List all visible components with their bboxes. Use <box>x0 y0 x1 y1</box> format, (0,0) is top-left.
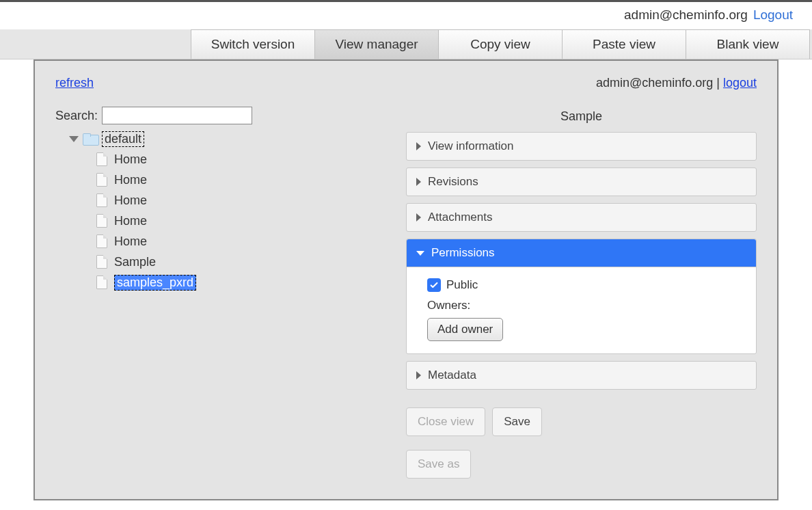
section-attachments: Attachments <box>406 203 757 232</box>
tab-copy-view[interactable]: Copy view <box>438 29 563 59</box>
file-icon <box>96 214 107 228</box>
file-icon <box>96 152 107 166</box>
tree-root-row[interactable]: default <box>55 129 392 149</box>
separator: | <box>716 76 723 90</box>
workspace-user-block: admin@cheminfo.org | logout <box>596 76 757 90</box>
save-button[interactable]: Save <box>492 407 542 436</box>
file-icon <box>96 234 107 248</box>
tree-item[interactable]: Home <box>55 190 392 211</box>
section-label: Metadata <box>428 368 476 382</box>
folder-tree: default Home Home Home Home <box>55 129 392 293</box>
refresh-link[interactable]: refresh <box>55 76 94 90</box>
top-header: admin@cheminfo.org Logout <box>0 0 812 29</box>
tree-item[interactable]: Home <box>55 231 392 252</box>
file-icon <box>96 193 107 207</box>
section-header-view-information[interactable]: View information <box>407 133 756 160</box>
disclosure-triangle-icon[interactable] <box>69 136 79 142</box>
folder-icon <box>83 133 98 144</box>
right-column: Sample View information Revisions Attach… <box>406 107 757 479</box>
workspace-panel: refresh admin@cheminfo.org | logout Sear… <box>33 59 779 500</box>
workspace-logout-link[interactable]: logout <box>723 76 757 90</box>
search-label: Search: <box>55 109 98 123</box>
public-label: Public <box>446 278 478 292</box>
tree-item-label: Home <box>114 173 147 187</box>
tree-item[interactable]: Home <box>55 211 392 231</box>
file-icon <box>96 276 107 289</box>
search-input[interactable] <box>102 107 252 124</box>
tree-item-label: Home <box>114 234 147 249</box>
workspace-user-email: admin@cheminfo.org <box>596 76 713 90</box>
tab-switch-version[interactable]: Switch version <box>191 29 315 59</box>
tree-item-selected[interactable]: samples_pxrd <box>55 272 392 293</box>
permissions-body: Public Owners: Add owner <box>407 267 756 353</box>
chevron-right-icon <box>416 213 421 222</box>
section-label: Attachments <box>428 211 493 224</box>
section-header-permissions[interactable]: Permissions <box>407 239 756 267</box>
tree-item-label: samples_pxrd <box>114 275 196 291</box>
tab-view-manager[interactable]: View manager <box>314 29 439 59</box>
user-email: admin@cheminfo.org <box>624 8 748 23</box>
tab-bar: Switch version View manager Copy view Pa… <box>0 29 812 59</box>
section-header-metadata[interactable]: Metadata <box>407 362 756 389</box>
tree-item[interactable]: Home <box>55 170 392 190</box>
tree-root-label[interactable]: default <box>102 131 144 147</box>
tab-spacer <box>0 29 191 59</box>
tree-item[interactable]: Sample <box>55 252 392 272</box>
section-header-revisions[interactable]: Revisions <box>407 168 756 196</box>
section-metadata: Metadata <box>406 361 757 390</box>
action-button-row: Close view Save Save as <box>406 407 757 479</box>
save-as-button[interactable]: Save as <box>406 450 471 479</box>
section-permissions: Permissions Public Owners: Add owner <box>406 239 757 354</box>
tree-item-label: Home <box>114 214 147 228</box>
top-logout-link[interactable]: Logout <box>753 8 793 23</box>
chevron-right-icon <box>416 142 421 150</box>
public-checkbox[interactable] <box>427 278 441 292</box>
file-icon <box>96 255 107 269</box>
section-header-attachments[interactable]: Attachments <box>407 204 756 231</box>
tree-item[interactable]: Home <box>55 149 392 170</box>
chevron-right-icon <box>416 178 421 186</box>
check-icon <box>429 280 439 290</box>
section-revisions: Revisions <box>406 167 757 196</box>
tree-item-label: Home <box>114 152 147 167</box>
detail-title: Sample <box>406 109 757 124</box>
chevron-right-icon <box>416 371 421 379</box>
tree-item-label: Home <box>114 193 147 208</box>
file-icon <box>96 173 107 187</box>
tab-paste-view[interactable]: Paste view <box>562 29 686 59</box>
left-column: Search: default Home Home <box>55 107 406 479</box>
owners-label: Owners: <box>427 299 735 312</box>
chevron-down-icon <box>416 251 424 256</box>
section-view-information: View information <box>406 132 757 161</box>
tree-item-label: Sample <box>114 255 156 269</box>
close-view-button[interactable]: Close view <box>406 407 485 436</box>
section-label: Permissions <box>431 246 495 260</box>
section-label: Revisions <box>428 175 478 189</box>
add-owner-button[interactable]: Add owner <box>427 318 503 341</box>
tab-blank-view[interactable]: Blank view <box>686 29 810 59</box>
section-label: View information <box>428 139 513 153</box>
